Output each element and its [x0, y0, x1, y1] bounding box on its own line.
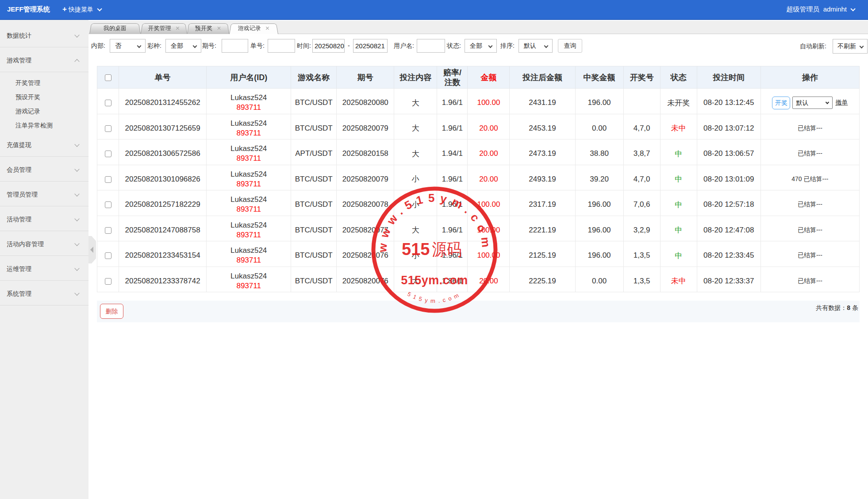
svg-text:源码: 源码 — [432, 240, 462, 259]
svg-text:515ym.com: 515ym.com — [401, 274, 468, 287]
svg-text:515: 515 — [402, 240, 430, 259]
svg-text:515ym.com: 515ym.com — [406, 290, 462, 304]
